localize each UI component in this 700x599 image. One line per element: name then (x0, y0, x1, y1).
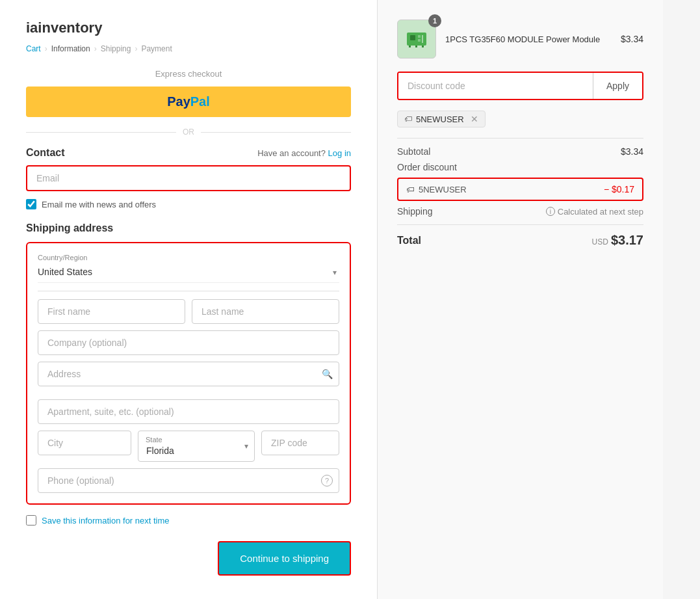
contact-header: Contact Have an account? Log in (26, 147, 351, 159)
total-label: Total (397, 235, 421, 246)
svg-rect-4 (422, 35, 423, 43)
info-icon: i (546, 207, 555, 216)
city-field[interactable] (38, 431, 131, 455)
address-form-box: Country/Region United States ▾ 🔍 (26, 242, 351, 505)
express-checkout-label: Express checkout (26, 69, 351, 79)
discount-tag-icon: 🏷 (406, 185, 415, 194)
city-state-zip-row: State Florida ▾ (38, 431, 339, 462)
subtotal-label: Subtotal (397, 146, 430, 157)
svg-rect-2 (418, 35, 421, 38)
breadcrumb-shipping: Shipping (101, 44, 131, 53)
country-label: Country/Region (38, 254, 339, 261)
discount-amount: − $0.17 (604, 184, 634, 194)
zip-field-wrap (261, 431, 339, 462)
discount-code-input[interactable] (398, 73, 593, 99)
city-field-wrap (38, 431, 131, 462)
save-info-row: Save this information for next time (26, 515, 351, 526)
tag-icon: 🏷 (404, 114, 412, 124)
address-field-wrap: 🔍 (38, 362, 339, 386)
breadcrumb-cart[interactable]: Cart (26, 44, 41, 53)
total-value-wrap: USD $3.17 (592, 233, 643, 248)
have-account-text: Have an account? Log in (257, 148, 351, 158)
help-icon: ? (321, 475, 333, 486)
breadcrumb-information[interactable]: Information (51, 44, 90, 53)
sep1: › (45, 44, 47, 53)
paypal-button[interactable]: PayPal (26, 87, 351, 117)
shipping-address-section: Shipping address Country/Region United S… (26, 222, 351, 526)
discount-code-row: Apply (397, 72, 643, 100)
product-price: $3.34 (621, 34, 643, 44)
name-row (38, 299, 339, 324)
newsletter-row: Email me with news and offers (26, 199, 351, 209)
discount-code-name: 5NEWUSER (419, 185, 467, 194)
subtotal-value: $3.34 (621, 146, 643, 157)
shipping-info-text: Calculated at next step (558, 207, 643, 217)
or-divider: OR (26, 127, 351, 137)
shipping-label: Shipping (397, 206, 433, 217)
address-field[interactable] (38, 362, 339, 386)
zip-field[interactable] (261, 431, 339, 455)
email-field[interactable] (26, 165, 351, 191)
svg-rect-0 (407, 33, 426, 46)
product-image-wrap: 1 (397, 20, 436, 59)
continue-btn-row: Continue to shipping (26, 541, 351, 576)
product-row: 1 1PCS TG35F60 MODULE Power Module $3.34 (397, 20, 643, 59)
breadcrumb-payment: Payment (141, 44, 172, 53)
product-name: 1PCS TG35F60 MODULE Power Module (445, 34, 612, 44)
country-select-wrap: Country/Region United States ▾ (38, 254, 339, 283)
svg-rect-3 (418, 39, 421, 42)
paypal-logo: PayPal (167, 94, 210, 109)
svg-rect-1 (410, 35, 415, 40)
total-currency: USD (592, 237, 608, 246)
first-name-field[interactable] (38, 299, 185, 324)
save-info-checkbox[interactable] (26, 515, 36, 526)
svg-rect-6 (415, 46, 417, 47)
order-discount-label: Order discount (397, 162, 457, 172)
applied-code-tag: 🏷 5NEWUSER ✕ (397, 111, 486, 127)
newsletter-label: Email me with news and offers (42, 200, 156, 209)
left-panel: iainventory Cart › Information › Shippin… (0, 0, 377, 599)
continue-to-shipping-button[interactable]: Continue to shipping (218, 541, 351, 576)
last-name-field[interactable] (192, 299, 339, 324)
shipping-address-title: Shipping address (26, 222, 351, 234)
apartment-field[interactable] (38, 399, 339, 424)
apply-discount-button[interactable]: Apply (593, 73, 642, 99)
total-row: Total USD $3.17 (397, 224, 643, 248)
total-amount: $3.17 (611, 233, 643, 248)
newsletter-checkbox[interactable] (26, 199, 36, 209)
applied-code-row: 🏷 5NEWUSER ✕ (397, 111, 643, 127)
applied-code-text: 5NEWUSER (416, 114, 464, 124)
product-thumbnail (404, 26, 430, 52)
divider1 (38, 291, 339, 291)
subtotal-row: Subtotal $3.34 (397, 146, 643, 157)
state-label: State (146, 436, 162, 444)
contact-title: Contact (26, 147, 65, 159)
company-field[interactable] (38, 330, 339, 355)
phone-field[interactable] (38, 468, 339, 493)
svg-rect-5 (409, 46, 411, 47)
right-panel: 1 1PCS TG35F60 MODULE Power Module $3.34… (377, 0, 663, 599)
state-wrap: State Florida ▾ (138, 431, 255, 462)
remove-code-button[interactable]: ✕ (471, 114, 478, 124)
store-name: iainventory (26, 20, 351, 36)
breadcrumb: Cart › Information › Shipping › Payment (26, 44, 351, 53)
save-info-label: Save this information for next time (42, 516, 170, 526)
order-discount-label-row: Order discount (397, 162, 643, 172)
discount-detail-row: 🏷 5NEWUSER − $0.17 (397, 178, 643, 201)
login-link[interactable]: Log in (328, 148, 351, 158)
divider2 (397, 138, 643, 139)
country-select[interactable]: United States (38, 263, 339, 283)
discount-code-label: 🏷 5NEWUSER (406, 185, 467, 194)
sep2: › (94, 44, 97, 53)
sep3: › (135, 44, 137, 53)
phone-field-wrap: ? (38, 468, 339, 493)
product-quantity-badge: 1 (428, 14, 441, 27)
search-icon: 🔍 (322, 369, 333, 379)
shipping-row: Shipping i Calculated at next step (397, 206, 643, 217)
shipping-right: i Calculated at next step (546, 206, 643, 217)
svg-rect-7 (422, 46, 424, 47)
